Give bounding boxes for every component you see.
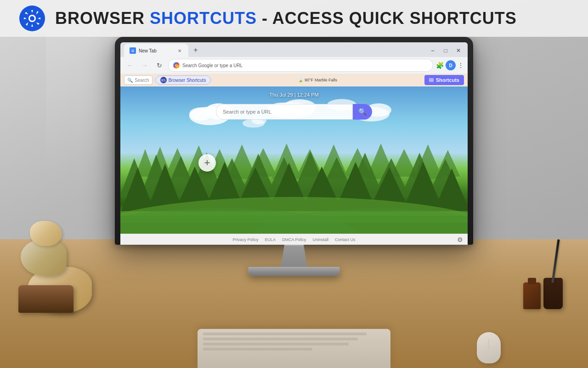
mouse	[477, 332, 501, 363]
shortcuts-button-label: Shortcuts	[436, 77, 459, 83]
minimize-button[interactable]: –	[427, 45, 438, 56]
top-banner: Browser Shortcuts - Access Quick Shortcu…	[0, 0, 588, 37]
browser-tab-new-tab[interactable]: G New Tab ✕	[124, 44, 188, 58]
back-button[interactable]: ←	[124, 59, 136, 71]
weather-icon: 🍃	[298, 78, 303, 82]
tab-title: New Tab	[139, 48, 174, 53]
monitor-stand-base	[248, 267, 340, 276]
window-controls: – □ ✕	[427, 45, 464, 56]
weather-temp: 90°F	[305, 78, 313, 82]
maximize-button[interactable]: □	[440, 45, 451, 56]
monitor-container: G New Tab ✕ + – □ ✕ ← →	[115, 37, 473, 276]
monitor-stand-neck	[277, 245, 311, 267]
google-icon: G	[173, 62, 180, 69]
menu-icon[interactable]: ⋮	[458, 62, 464, 69]
close-button[interactable]: ✕	[453, 45, 464, 56]
footer-eula-link[interactable]: EULA	[265, 237, 276, 242]
toolbar-search-icon: 🔍	[127, 78, 133, 83]
toolbar-search-label: Search	[135, 78, 149, 83]
browser-footer: Privacy Policy EULA DMCA Policy Uninstal…	[120, 234, 468, 245]
page-search-input[interactable]	[216, 104, 353, 120]
profile-icon[interactable]: D	[446, 60, 456, 70]
gear-icon	[18, 5, 46, 32]
page-search-button[interactable]: 🔍	[353, 104, 372, 120]
small-rock	[30, 221, 62, 246]
amber-bottle	[523, 282, 541, 309]
tab-favicon: G	[130, 47, 136, 54]
menu-lines-icon	[429, 78, 434, 82]
extension-label: Browser Shortcuts	[169, 78, 206, 83]
browser-shortcuts-extension-btn[interactable]: BS Browser Shortcuts	[155, 75, 211, 85]
browser-chrome: G New Tab ✕ + – □ ✕ ← →	[120, 42, 468, 86]
browser-page-content: Thu Jul 29 | 12:24 PM 🔍 +	[120, 86, 468, 234]
keyboard	[198, 329, 390, 368]
svg-point-6	[189, 108, 211, 121]
monitor-screen: G New Tab ✕ + – □ ✕ ← →	[120, 42, 468, 245]
footer-gear-icon[interactable]: ⚙	[457, 236, 463, 243]
address-text: Search Google or type a URL	[182, 63, 243, 68]
footer-privacy-link[interactable]: Privacy Policy	[232, 237, 258, 242]
page-search-bar: 🔍	[216, 104, 372, 120]
toolbar-inner: 🔍 Search BS Browser Shortcuts �	[124, 75, 464, 85]
extension-icons: 🧩 D ⋮	[436, 60, 464, 70]
banner-title: Browser Shortcuts - Access Quick Shortcu…	[55, 9, 517, 28]
hills-svg	[120, 160, 468, 234]
extension-shortcut-icon: BS	[160, 77, 167, 83]
shortcuts-toolbar-button[interactable]: Shortcuts	[424, 75, 464, 85]
pen	[551, 239, 560, 283]
extensions-icon[interactable]: 🧩	[436, 62, 444, 69]
datetime-display: Thu Jul 29 | 12:24 PM	[269, 92, 318, 98]
tab-close-button[interactable]: ✕	[176, 47, 183, 54]
rocks-decoration	[18, 239, 92, 313]
add-shortcut-button[interactable]: +	[198, 154, 216, 172]
new-tab-button[interactable]: +	[190, 45, 201, 56]
footer-contact-link[interactable]: Contact Us	[335, 237, 356, 242]
forward-button[interactable]: →	[139, 59, 151, 71]
address-bar[interactable]: G Search Google or type a URL	[168, 59, 433, 72]
browser-address-bar-row: ← → ↻ G Search Google or type a URL 🧩 D	[120, 57, 468, 74]
footer-dmca-link[interactable]: DMCA Policy	[282, 237, 306, 242]
monitor-outer: G New Tab ✕ + – □ ✕ ← →	[115, 37, 473, 245]
browser-toolbar: 🔍 Search BS Browser Shortcuts �	[120, 74, 468, 86]
toolbar-search-box[interactable]: 🔍 Search	[124, 75, 153, 85]
footer-uninstall-link[interactable]: Uninstall	[313, 237, 329, 242]
reload-button[interactable]: ↻	[153, 59, 165, 71]
weather-location: Marble Falls	[315, 78, 337, 82]
weather-info: 🍃 90°F Marble Falls	[298, 78, 337, 82]
wood-stump	[18, 285, 74, 313]
